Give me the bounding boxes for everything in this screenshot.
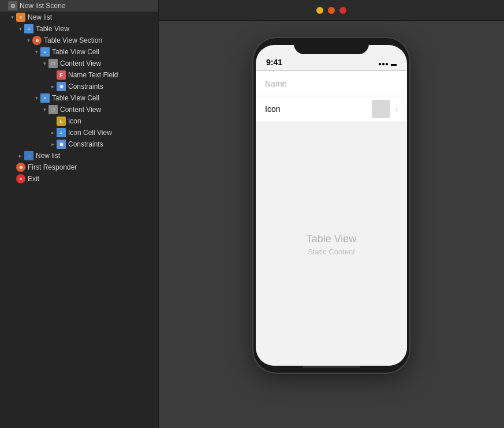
table-section: Name Icon ›	[256, 70, 407, 122]
constraints-icon: ⊞	[57, 140, 66, 149]
status-icons: ●●● ▬	[378, 61, 397, 67]
tree-arrow	[32, 94, 40, 102]
name-placeholder: Name	[265, 79, 286, 88]
signal-icon: ●●●	[378, 61, 389, 67]
home-indicator	[303, 366, 360, 368]
sidebar-item-content-view-2[interactable]: □Content View	[0, 104, 158, 115]
sidebar-item-table-view-cell-1[interactable]: ≡Table View Cell	[0, 46, 158, 58]
sidebar-item-exit[interactable]: ×Exit	[0, 173, 158, 185]
sidebar-item-label: Table View Cell	[52, 94, 99, 102]
sidebar-item-label: New list	[36, 152, 60, 160]
sidebar-item-label: Name Text Field	[68, 71, 118, 79]
cell-icon: ≡	[40, 93, 50, 103]
sidebar-item-label: Content View	[60, 106, 101, 114]
phone-frame: 9:41 ●●● ▬ Name	[253, 38, 409, 373]
cell-icon-area: Icon ›	[265, 100, 398, 118]
window-btn-red[interactable]	[339, 7, 346, 14]
sidebar-item-label: First Responder	[28, 163, 77, 171]
arrow-newlist-icon: →	[24, 151, 33, 160]
contentview-icon: □	[48, 59, 58, 68]
label-icon: L	[57, 117, 66, 126]
firstresponder-icon: ⊚	[16, 163, 25, 172]
sidebar-item-icon-cell-view[interactable]: ≡Icon Cell View	[0, 127, 158, 138]
phone-container: 9:41 ●●● ▬ Name	[253, 38, 409, 373]
sidebar-item-table-view-cell-2[interactable]: ≡Table View Cell	[0, 92, 158, 104]
chevron-icon: ›	[395, 104, 398, 114]
tree-arrow	[16, 25, 24, 33]
sidebar-item-label: Content View	[60, 59, 101, 67]
sidebar-item-label: Table View	[36, 25, 69, 33]
textfield-icon: F	[57, 70, 66, 80]
icon-thumbnail	[372, 100, 390, 118]
status-time: 9:41	[266, 58, 282, 67]
table-empty-area: Table View Static Content	[256, 123, 407, 366]
scene-icon: ⊞	[8, 1, 17, 10]
battery-icon: ▬	[391, 61, 397, 67]
tree-arrow	[48, 82, 57, 91]
window-btn-yellow[interactable]	[316, 7, 323, 14]
sidebar-item-label: Table View Cell	[52, 48, 99, 56]
sidebar-item-label: Exit	[28, 175, 39, 183]
phone-screen: 9:41 ●●● ▬ Name	[256, 45, 407, 366]
constraints-icon: ⊞	[57, 82, 66, 91]
sidebar-item-label: New list	[28, 13, 52, 21]
table-view-label: Table View	[307, 233, 357, 245]
table-cell-icon[interactable]: Icon ›	[256, 96, 407, 122]
tree-arrow	[8, 13, 16, 21]
sidebar-item-label: Icon	[68, 117, 81, 125]
tree-arrow	[16, 152, 24, 160]
sidebar-item-label: Icon Cell View	[68, 129, 112, 137]
tree-arrow	[40, 106, 48, 114]
window-btn-orange[interactable]	[328, 7, 335, 14]
main-area: 9:41 ●●● ▬ Name	[159, 0, 504, 428]
sidebar-item-new-list[interactable]: ≡New list	[0, 12, 158, 23]
tree-arrow	[40, 59, 48, 67]
sidebar-item-first-responder[interactable]: ⊚First Responder	[0, 162, 158, 173]
sidebar-item-table-view[interactable]: ≡Table View	[0, 23, 158, 35]
top-bar	[159, 0, 504, 21]
sidebar: ⊞New list Scene≡New list≡Table View⊚Tabl…	[0, 0, 159, 428]
tree-arrow	[24, 36, 32, 44]
sidebar-item-new-list-arrow[interactable]: →New list	[0, 150, 158, 162]
sidebar-item-new-list-scene[interactable]: ⊞New list Scene	[0, 0, 158, 12]
iconcellview-icon: ≡	[57, 128, 66, 137]
tree-arrow	[48, 129, 57, 137]
phone-notch	[294, 38, 369, 54]
exit-icon: ×	[16, 174, 25, 183]
tree-arrow	[48, 140, 57, 148]
sidebar-item-label: Constraints	[68, 140, 103, 148]
sidebar-item-label: Constraints	[68, 82, 103, 91]
newlist-icon: ≡	[16, 13, 25, 22]
icon-label: Icon	[265, 104, 280, 114]
tableview-icon: ≡	[24, 24, 33, 33]
sidebar-item-constraints-2[interactable]: ⊞Constraints	[0, 138, 158, 150]
sidebar-item-content-view-1[interactable]: □Content View	[0, 58, 158, 69]
cell-icon: ≡	[40, 47, 50, 57]
table-cell-name[interactable]: Name	[256, 71, 407, 96]
tree-arrow	[32, 48, 40, 56]
sidebar-item-constraints-1[interactable]: ⊞Constraints	[0, 81, 158, 92]
sidebar-item-table-view-section[interactable]: ⊚Table View Section	[0, 35, 158, 46]
sidebar-item-icon-label[interactable]: LIcon	[0, 115, 158, 127]
tableview-section-icon: ⊚	[32, 36, 42, 45]
sidebar-item-label: New list Scene	[20, 2, 65, 10]
static-content-label: Static Content	[308, 247, 355, 256]
sidebar-item-name-text-field[interactable]: FName Text Field	[0, 69, 158, 81]
sidebar-item-label: Table View Section	[44, 36, 102, 44]
contentview-icon: □	[48, 105, 58, 114]
table-content: Name Icon ›	[256, 70, 407, 366]
